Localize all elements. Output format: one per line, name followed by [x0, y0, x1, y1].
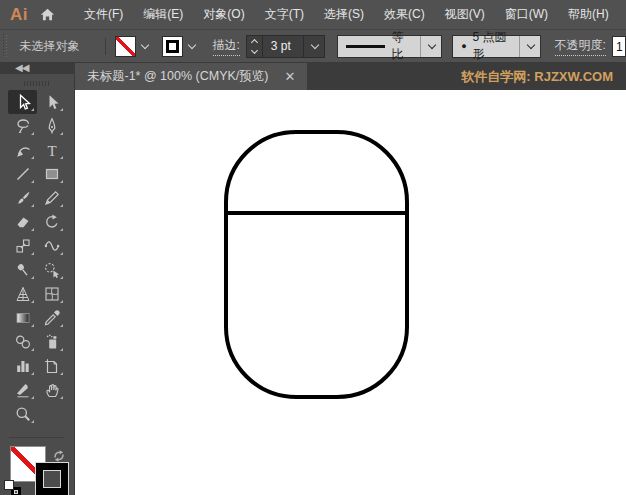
tool-rectangle[interactable]: [37, 162, 66, 186]
width-icon: [43, 237, 61, 255]
brush-definition-value[interactable]: ● 5 点圆形: [453, 36, 518, 57]
chevron-down-icon[interactable]: [140, 40, 148, 48]
tool-shaper[interactable]: [37, 186, 66, 210]
tool-line-segment[interactable]: [8, 162, 37, 186]
menu-item[interactable]: 选择(S): [314, 6, 374, 23]
artboard-icon: [43, 357, 61, 375]
selection-icon: [14, 93, 32, 111]
divider: [105, 38, 106, 55]
brush-definition-dropdown[interactable]: ● 5 点圆形: [452, 35, 540, 58]
rounded-rectangle-shape: [226, 132, 407, 397]
puppet-warp-icon: [14, 261, 32, 279]
document-tab-title: 未标题-1* @ 100% (CMYK/预览): [87, 68, 268, 85]
collapse-panel-icon[interactable]: ◀◀: [15, 63, 28, 74]
tool-scale[interactable]: [8, 234, 37, 258]
control-bar: 未选择对象 描边: 3 pt 等比 ● 5 点圆形 不透明度: 1: [0, 29, 626, 63]
stroke-ring-hole: [43, 470, 61, 488]
shaper-icon: [43, 189, 61, 207]
brush-dropdown-button[interactable]: [519, 36, 540, 57]
rotate-icon: [43, 213, 61, 231]
stepper-up-icon[interactable]: [251, 38, 258, 45]
brush-dot-icon: ●: [461, 41, 466, 51]
tool-gradient[interactable]: [8, 306, 37, 330]
perspective-grid-icon: [14, 285, 32, 303]
fill-none-swatch[interactable]: [115, 36, 136, 57]
mesh-icon: [43, 285, 61, 303]
menu-item[interactable]: 文件(F): [74, 6, 133, 23]
menu-item[interactable]: 帮助(H): [558, 6, 619, 23]
stroke-panel-link[interactable]: 描边:: [213, 37, 240, 56]
profile-dropdown-button[interactable]: [420, 36, 441, 57]
stroke-weight-control: 3 pt: [246, 35, 325, 58]
stroke-weight-value[interactable]: 3 pt: [263, 39, 303, 53]
tool-paintbrush[interactable]: [8, 186, 37, 210]
panel-grip[interactable]: [3, 34, 8, 58]
stroke-weight-dropdown[interactable]: [303, 36, 324, 57]
document-tab-bar: ◀◀ 未标题-1* @ 100% (CMYK/预览) ✕ 软件自学网: RJZX…: [0, 63, 626, 90]
panel-grip[interactable]: [24, 81, 50, 86]
tool-rotate[interactable]: [37, 210, 66, 234]
hand-icon: [43, 381, 61, 399]
tools-panel: T: [0, 74, 75, 495]
column-graph-icon: [14, 357, 32, 375]
tool-curvature[interactable]: [8, 138, 37, 162]
watermark-text: 软件自学网: RJZXW.COM: [461, 63, 613, 90]
menu-item[interactable]: 对象(O): [193, 6, 254, 23]
tool-column-graph[interactable]: [8, 354, 37, 378]
close-tab-icon[interactable]: ✕: [284, 70, 295, 83]
illustrator-logo: Ai: [10, 5, 28, 25]
tool-type[interactable]: T: [37, 138, 66, 162]
stepper-down-icon[interactable]: [251, 46, 258, 53]
slice-icon: [14, 381, 32, 399]
type-icon: T: [43, 141, 61, 159]
pen-icon: [43, 117, 61, 135]
tool-artboard[interactable]: [37, 354, 66, 378]
variable-width-profile-dropdown[interactable]: 等比: [337, 35, 442, 58]
symbol-sprayer-icon: [43, 333, 61, 351]
stroke-weight-stepper[interactable]: [247, 36, 263, 57]
stroke-color-widget[interactable]: [162, 36, 199, 57]
tool-hand[interactable]: [37, 378, 66, 402]
profile-label: 等比: [391, 29, 412, 63]
menu-item[interactable]: 文字(T): [255, 6, 314, 23]
opacity-panel-link[interactable]: 不透明度:: [555, 37, 606, 56]
tool-mesh[interactable]: [37, 282, 66, 306]
direct-selection-icon: [43, 93, 61, 111]
opacity-input[interactable]: 1: [612, 36, 626, 57]
tool-blend[interactable]: [8, 330, 37, 354]
tool-eyedropper[interactable]: [37, 306, 66, 330]
tool-grid: T: [0, 90, 74, 426]
selection-status: 未选择对象: [20, 38, 80, 55]
menu-item[interactable]: 效果(C): [374, 6, 435, 23]
variable-width-profile-value[interactable]: 等比: [338, 36, 420, 57]
menu-item[interactable]: 视图(V): [435, 6, 495, 23]
tool-puppet-warp[interactable]: [8, 258, 37, 282]
tool-perspective-grid[interactable]: [8, 282, 37, 306]
tool-zoom[interactable]: [8, 402, 37, 426]
chevron-down-icon[interactable]: [187, 40, 195, 48]
eraser-icon: [14, 213, 32, 231]
tool-symbol-sprayer[interactable]: [37, 330, 66, 354]
tool-shape-builder[interactable]: [37, 258, 66, 282]
tool-selection[interactable]: [8, 90, 37, 114]
menubar-items: 文件(F)编辑(E)对象(O)文字(T)选择(S)效果(C)视图(V)窗口(W)…: [74, 6, 619, 23]
document-tab[interactable]: 未标题-1* @ 100% (CMYK/预览) ✕: [75, 63, 307, 90]
tool-slice[interactable]: [8, 378, 37, 402]
uniform-profile-icon: [346, 45, 386, 48]
tool-lasso[interactable]: [8, 114, 37, 138]
chevron-down-icon: [526, 40, 534, 48]
menu-item[interactable]: 编辑(E): [133, 6, 193, 23]
tool-width[interactable]: [37, 234, 66, 258]
tool-eraser[interactable]: [8, 210, 37, 234]
zoom-icon: [14, 405, 32, 423]
home-icon[interactable]: [39, 6, 56, 23]
fill-color-widget[interactable]: [115, 36, 152, 57]
paintbrush-icon: [14, 189, 32, 207]
menu-item[interactable]: 窗口(W): [495, 6, 558, 23]
artboard-canvas[interactable]: [76, 90, 626, 495]
tool-direct-selection[interactable]: [37, 90, 66, 114]
stroke-black-swatch[interactable]: [162, 36, 183, 57]
tool-pen[interactable]: [37, 114, 66, 138]
default-fill-stroke-icon[interactable]: [4, 480, 21, 495]
stroke-indicator-black[interactable]: [35, 462, 69, 495]
